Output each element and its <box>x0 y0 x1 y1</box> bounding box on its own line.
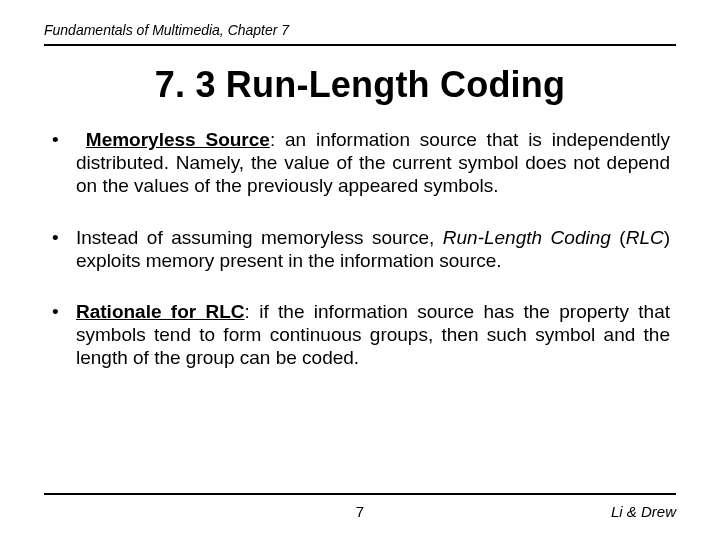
chapter-header: Fundamentals of Multimedia, Chapter 7 <box>44 22 676 44</box>
footer: 7 Li & Drew <box>44 493 676 520</box>
footer-rule <box>44 493 676 495</box>
bullet-text: Rationale for RLC: if the information so… <box>76 300 670 370</box>
bullet-pre: Instead of assuming memoryless source, <box>76 227 443 248</box>
footer-authors: Li & Drew <box>465 503 676 520</box>
bullet-text: Instead of assuming memoryless source, R… <box>76 226 670 272</box>
term-memoryless-source: Memoryless Source <box>86 129 270 150</box>
term-run-length-coding: Run-Length Coding <box>443 227 611 248</box>
bullet-item: • Memoryless Source: an information sour… <box>50 128 670 198</box>
bullet-marker: • <box>50 226 76 272</box>
page-number: 7 <box>255 503 466 520</box>
footer-left <box>44 503 255 520</box>
bullet-marker: • <box>50 128 76 198</box>
bullet-item: • Instead of assuming memoryless source,… <box>50 226 670 272</box>
content-area: • Memoryless Source: an information sour… <box>44 128 676 369</box>
footer-row: 7 Li & Drew <box>44 503 676 520</box>
term-rationale: Rationale for RLC <box>76 301 245 322</box>
bullet-item: • Rationale for RLC: if the information … <box>50 300 670 370</box>
bullet-text: Memoryless Source: an information source… <box>76 128 670 198</box>
bullet-mid: ( <box>611 227 626 248</box>
bullet-marker: • <box>50 300 76 370</box>
section-title: 7. 3 Run-Length Coding <box>44 64 676 106</box>
term-rlc: RLC <box>626 227 664 248</box>
header-rule <box>44 44 676 46</box>
